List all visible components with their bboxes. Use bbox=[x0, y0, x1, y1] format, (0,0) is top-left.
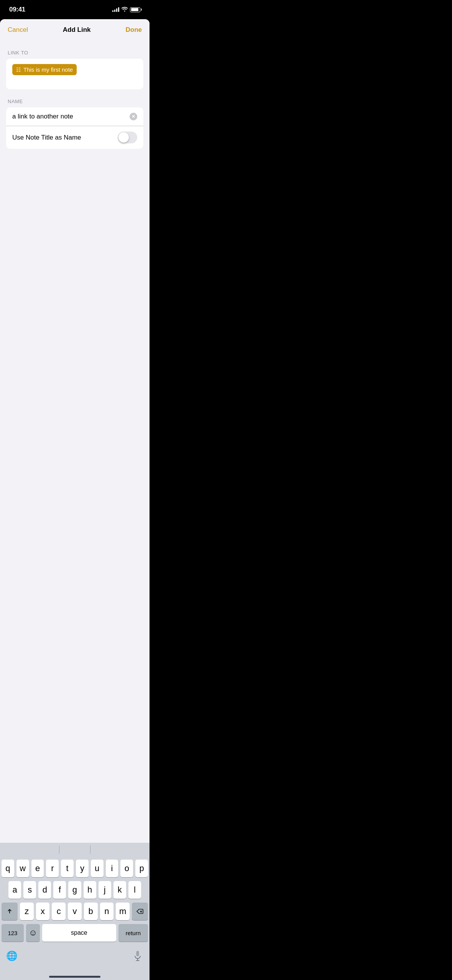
name-card: ✕ Use Note Title as Name bbox=[6, 107, 143, 149]
status-bar: 09:41 bbox=[0, 0, 150, 19]
battery-icon bbox=[130, 7, 140, 12]
name-label: NAME bbox=[6, 99, 143, 104]
note-tag-icon: ☷ bbox=[16, 67, 21, 73]
nav-bar: Cancel Add Link Done bbox=[0, 19, 150, 41]
name-section: NAME ✕ Use Note Title as Name bbox=[0, 99, 150, 149]
use-note-title-toggle[interactable] bbox=[118, 132, 137, 143]
name-input[interactable] bbox=[12, 113, 130, 120]
status-time: 09:41 bbox=[9, 6, 25, 13]
name-input-row: ✕ bbox=[6, 107, 143, 126]
link-to-label: LINK TO bbox=[6, 50, 143, 56]
note-tag-text: This is my first note bbox=[23, 66, 73, 73]
toggle-label: Use Note Title as Name bbox=[12, 134, 81, 141]
toggle-row: Use Note Title as Name bbox=[6, 126, 143, 149]
cancel-button[interactable]: Cancel bbox=[6, 25, 30, 35]
link-to-section: LINK TO ☷ This is my first note bbox=[0, 50, 150, 89]
nav-title: Add Link bbox=[63, 26, 91, 34]
done-button[interactable]: Done bbox=[124, 25, 143, 35]
toggle-knob bbox=[118, 132, 129, 143]
clear-button[interactable]: ✕ bbox=[130, 113, 137, 120]
status-icons bbox=[112, 6, 140, 13]
signal-icon bbox=[112, 7, 119, 12]
link-to-card: ☷ This is my first note bbox=[6, 59, 143, 89]
note-tag[interactable]: ☷ This is my first note bbox=[12, 64, 77, 75]
wifi-icon bbox=[122, 6, 128, 13]
main-container: Cancel Add Link Done LINK TO ☷ This is m… bbox=[0, 19, 150, 843]
